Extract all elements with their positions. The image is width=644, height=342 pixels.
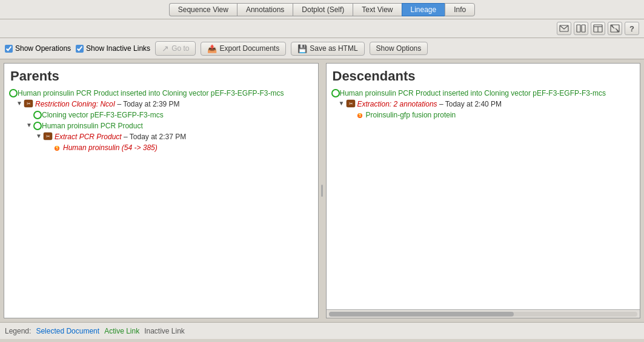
sequence-icon: S bbox=[356, 110, 364, 119]
tree-arrow[interactable]: ▼ bbox=[16, 100, 24, 107]
tree-label-proinsulin-gfp[interactable]: Proinsulin-gfp fusion protein bbox=[366, 110, 456, 120]
export-documents-button[interactable]: 📤 Export Documents bbox=[201, 42, 286, 56]
show-inactive-links-label: Show Inactive Links bbox=[86, 44, 150, 53]
list-item: ▼ ✂ Extraction: 2 annotations – Today at… bbox=[329, 99, 638, 110]
show-operations-checkbox[interactable]: Show Operations bbox=[5, 44, 71, 53]
op-icon: ✂ bbox=[43, 132, 53, 140]
tree-label-root-right[interactable]: Human proinsulin PCR Product inserted in… bbox=[340, 88, 606, 98]
tree-arrow[interactable]: ▼ bbox=[36, 133, 43, 139]
save-as-html-button[interactable]: 💾 Save as HTML bbox=[291, 42, 364, 56]
save-icon: 💾 bbox=[297, 44, 307, 53]
circle-green-icon bbox=[331, 89, 340, 97]
legend-label: Legend: bbox=[5, 327, 31, 335]
list-item: Human proinsulin PCR Product inserted in… bbox=[7, 88, 316, 99]
sequence-icon: S bbox=[53, 143, 61, 151]
show-options-button[interactable]: Show Options bbox=[370, 42, 428, 55]
circle-green-icon bbox=[33, 122, 42, 130]
columns-icon-btn[interactable] bbox=[574, 22, 588, 35]
email-icon-btn[interactable] bbox=[557, 22, 571, 35]
show-operations-label: Show Operations bbox=[15, 44, 71, 53]
list-item: S Human proinsulin (54 -> 385) bbox=[7, 142, 316, 153]
svg-line-7 bbox=[611, 25, 614, 28]
tree-label-cloning[interactable]: Cloning vector pEF-F3-EGFP-F3-mcs bbox=[42, 110, 164, 120]
svg-line-8 bbox=[616, 28, 619, 31]
legend-inactive-link: Inactive Link bbox=[144, 327, 185, 335]
tree-arrow[interactable]: ▼ bbox=[339, 100, 346, 107]
parents-panel: Parents Human proinsulin PCR Product ins… bbox=[4, 63, 319, 318]
list-item: ▼ ✂ Extract PCR Product – Today at 2:37 … bbox=[7, 131, 316, 142]
descendants-panel: Descendants Human proinsulin PCR Product… bbox=[326, 63, 641, 318]
show-operations-input[interactable] bbox=[5, 45, 13, 53]
svg-text:S: S bbox=[358, 113, 361, 117]
descendants-title: Descendants bbox=[327, 64, 640, 87]
right-panel-scrollbar[interactable] bbox=[327, 309, 640, 318]
svg-rect-1 bbox=[577, 25, 580, 32]
op-icon: ✂ bbox=[24, 99, 33, 108]
tab-annotations[interactable]: Annotations bbox=[237, 3, 293, 16]
tab-text-view[interactable]: Text View bbox=[353, 3, 401, 16]
main-content: Parents Human proinsulin PCR Product ins… bbox=[0, 59, 644, 322]
help-icon-btn[interactable]: ? bbox=[625, 22, 639, 35]
tree-label-pcr[interactable]: Human proinsulin PCR Product bbox=[42, 121, 143, 131]
svg-text:✂: ✂ bbox=[46, 134, 50, 139]
scrollbar-thumb[interactable] bbox=[329, 312, 514, 317]
options-toolbar: Show Operations Show Inactive Links ↗ Go… bbox=[0, 38, 644, 59]
divider-handle bbox=[321, 185, 323, 197]
tree-arrow[interactable]: ▼ bbox=[26, 122, 33, 128]
export-icon: 📤 bbox=[207, 44, 217, 53]
list-item: Cloning vector pEF-F3-EGFP-F3-mcs bbox=[7, 110, 316, 120]
descendants-content[interactable]: Human proinsulin PCR Product inserted in… bbox=[327, 87, 640, 309]
svg-text:✂: ✂ bbox=[27, 101, 31, 107]
tree-label-proinsulin[interactable]: Human proinsulin (54 -> 385) bbox=[63, 143, 158, 153]
svg-rect-2 bbox=[582, 25, 585, 32]
tab-lineage[interactable]: Lineage bbox=[402, 3, 445, 16]
expand-icon-btn[interactable] bbox=[608, 22, 622, 35]
op-icon: ✂ bbox=[346, 99, 356, 108]
icon-toolbar: ? bbox=[0, 19, 644, 38]
list-item: ▼ Human proinsulin PCR Product bbox=[7, 120, 316, 131]
tree-label-extract[interactable]: Extract PCR Product – Today at 2:37 PM bbox=[55, 132, 186, 142]
legend-active-link[interactable]: Active Link bbox=[104, 327, 139, 335]
tab-info[interactable]: Info bbox=[445, 3, 475, 16]
parents-content[interactable]: Human proinsulin PCR Product inserted in… bbox=[4, 87, 318, 318]
tab-dotplot-self[interactable]: Dotplot (Self) bbox=[293, 3, 353, 16]
tree-label-restriction[interactable]: Restriction Cloning: NcoI – Today at 2:3… bbox=[35, 99, 180, 109]
window-icon-btn[interactable] bbox=[591, 22, 605, 35]
parents-title: Parents bbox=[4, 64, 318, 87]
svg-text:S: S bbox=[56, 146, 59, 150]
tab-bar: Sequence View Annotations Dotplot (Self)… bbox=[0, 0, 644, 19]
tab-sequence-view[interactable]: Sequence View bbox=[169, 3, 237, 16]
circle-green-icon bbox=[33, 111, 42, 119]
legend-selected-document[interactable]: Selected Document bbox=[36, 327, 99, 335]
show-inactive-links-input[interactable] bbox=[76, 45, 84, 53]
tree-label-extraction[interactable]: Extraction: 2 annotations – Today at 2:4… bbox=[357, 99, 502, 109]
help-icon: ? bbox=[629, 24, 634, 33]
list-item: S Proinsulin-gfp fusion protein bbox=[329, 110, 638, 120]
goto-icon: ↗ bbox=[162, 44, 169, 53]
scrollbar-track bbox=[329, 312, 638, 317]
tree-label-root-left[interactable]: Human proinsulin PCR Product inserted in… bbox=[18, 88, 284, 98]
circle-green-icon bbox=[9, 89, 18, 97]
panel-divider[interactable] bbox=[320, 63, 324, 318]
svg-text:✂: ✂ bbox=[348, 101, 353, 107]
list-item: ▼ ✂ Restriction Cloning: NcoI – Today at… bbox=[7, 99, 316, 110]
show-inactive-links-checkbox[interactable]: Show Inactive Links bbox=[76, 44, 150, 53]
legend-bar: Legend: Selected Document Active Link In… bbox=[0, 322, 644, 339]
list-item: Human proinsulin PCR Product inserted in… bbox=[329, 88, 638, 99]
goto-button[interactable]: ↗ Go to bbox=[155, 41, 196, 56]
